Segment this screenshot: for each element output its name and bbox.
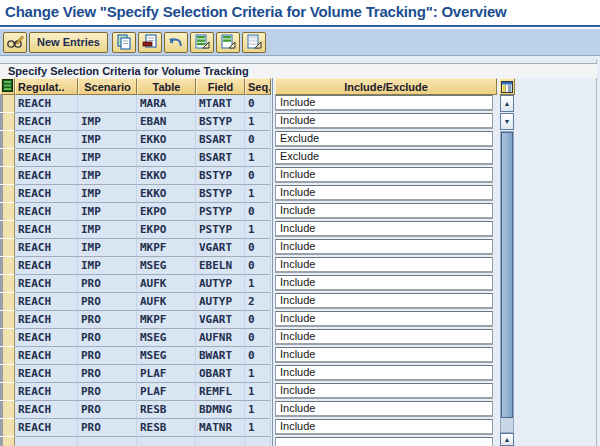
- cell-regulation[interactable]: REACH: [15, 419, 78, 437]
- cell-seq[interactable]: 0: [245, 239, 271, 257]
- row-selector[interactable]: [0, 293, 15, 311]
- cell-table[interactable]: EKPO: [137, 221, 196, 239]
- include-exclude-dropdown[interactable]: Exclude: [275, 131, 493, 147]
- cell-regulation[interactable]: REACH: [15, 167, 78, 185]
- include-exclude-dropdown[interactable]: Include: [275, 365, 493, 381]
- include-exclude-dropdown[interactable]: Include: [275, 95, 493, 111]
- cell-seq[interactable]: 1: [245, 113, 271, 131]
- column-header-field[interactable]: Field: [196, 78, 245, 95]
- cell-field[interactable]: BSTYP: [196, 113, 245, 131]
- column-header-scenario[interactable]: Scenario: [78, 78, 137, 95]
- cell-seq[interactable]: 1: [245, 419, 271, 437]
- cell-table[interactable]: RESB: [137, 401, 196, 419]
- scrollbar-thumb[interactable]: [501, 132, 513, 418]
- row-selector[interactable]: [0, 221, 15, 239]
- row-selector[interactable]: [0, 311, 15, 329]
- cell-seq[interactable]: 0: [245, 329, 271, 347]
- cell-field[interactable]: AUTYP: [196, 293, 245, 311]
- deselect-all-button[interactable]: [242, 32, 266, 53]
- cell-field[interactable]: OBART: [196, 365, 245, 383]
- cell-scenario[interactable]: PRO: [78, 311, 137, 329]
- cell-table[interactable]: EKKO: [137, 131, 196, 149]
- scroll-bottom-button[interactable]: ▲: [500, 433, 514, 446]
- cell-seq[interactable]: 2: [245, 293, 271, 311]
- cell-seq[interactable]: 0: [245, 347, 271, 365]
- row-selector[interactable]: [0, 167, 15, 185]
- cell-scenario[interactable]: IMP: [78, 131, 137, 149]
- cell-seq[interactable]: 1: [245, 275, 271, 293]
- select-block-button[interactable]: [216, 32, 240, 53]
- cell-field[interactable]: BSTYP: [196, 167, 245, 185]
- cell-table[interactable]: AUFK: [137, 275, 196, 293]
- cell-field[interactable]: BSART: [196, 131, 245, 149]
- row-selector[interactable]: [0, 257, 15, 275]
- cell-table[interactable]: EKPO: [137, 203, 196, 221]
- cell-field[interactable]: VGART: [196, 311, 245, 329]
- include-exclude-dropdown[interactable]: Include: [275, 311, 493, 327]
- include-exclude-dropdown[interactable]: Include: [275, 275, 493, 291]
- cell-field[interactable]: [196, 437, 245, 446]
- cell-field[interactable]: EBELN: [196, 257, 245, 275]
- cell-scenario[interactable]: IMP: [78, 113, 137, 131]
- include-exclude-dropdown[interactable]: Include: [275, 257, 493, 273]
- cell-field[interactable]: AUTYP: [196, 275, 245, 293]
- include-exclude-dropdown[interactable]: Include: [275, 329, 493, 345]
- cell-scenario[interactable]: IMP: [78, 257, 137, 275]
- cell-seq[interactable]: 0: [245, 95, 271, 113]
- cell-scenario[interactable]: [78, 437, 137, 446]
- cell-scenario[interactable]: PRO: [78, 293, 137, 311]
- cell-table[interactable]: MKPF: [137, 311, 196, 329]
- cell-regulation[interactable]: REACH: [15, 239, 78, 257]
- cell-scenario[interactable]: [78, 95, 137, 113]
- cell-scenario[interactable]: PRO: [78, 365, 137, 383]
- row-selector[interactable]: [0, 203, 15, 221]
- row-selector[interactable]: [0, 149, 15, 167]
- table-settings-button[interactable]: [499, 78, 515, 95]
- cell-field[interactable]: BWART: [196, 347, 245, 365]
- new-entries-button[interactable]: New Entries: [29, 32, 108, 53]
- cell-field[interactable]: REMFL: [196, 383, 245, 401]
- cell-scenario[interactable]: IMP: [78, 203, 137, 221]
- cell-seq[interactable]: 0: [245, 311, 271, 329]
- cell-table[interactable]: RESB: [137, 419, 196, 437]
- cell-scenario[interactable]: IMP: [78, 167, 137, 185]
- cell-seq[interactable]: 1: [245, 149, 271, 167]
- undo-change-button[interactable]: [164, 32, 188, 53]
- cell-table[interactable]: EKKO: [137, 167, 196, 185]
- cell-table[interactable]: EKKO: [137, 185, 196, 203]
- include-exclude-dropdown[interactable]: Include: [275, 203, 493, 219]
- cell-field[interactable]: VGART: [196, 239, 245, 257]
- cell-scenario[interactable]: IMP: [78, 239, 137, 257]
- cell-regulation[interactable]: REACH: [15, 275, 78, 293]
- cell-table[interactable]: EKKO: [137, 149, 196, 167]
- row-selector[interactable]: [0, 113, 15, 131]
- cell-table[interactable]: MSEG: [137, 257, 196, 275]
- column-header-regulation[interactable]: Regulat..: [15, 78, 78, 95]
- cell-table[interactable]: PLAF: [137, 365, 196, 383]
- include-exclude-dropdown[interactable]: Include: [275, 239, 493, 255]
- cell-regulation[interactable]: REACH: [15, 311, 78, 329]
- scroll-up-button[interactable]: ▲: [500, 95, 514, 112]
- cell-field[interactable]: AUFNR: [196, 329, 245, 347]
- row-selector[interactable]: [0, 365, 15, 383]
- cell-regulation[interactable]: REACH: [15, 149, 78, 167]
- cell-seq[interactable]: 0: [245, 257, 271, 275]
- cell-table[interactable]: AUFK: [137, 293, 196, 311]
- cell-seq[interactable]: 0: [245, 131, 271, 149]
- cell-seq[interactable]: 1: [245, 365, 271, 383]
- cell-seq[interactable]: 1: [245, 185, 271, 203]
- include-exclude-dropdown[interactable]: Include: [275, 185, 493, 201]
- cell-regulation[interactable]: REACH: [15, 113, 78, 131]
- cell-seq[interactable]: 0: [245, 203, 271, 221]
- include-exclude-dropdown[interactable]: Exclude: [275, 149, 493, 165]
- cell-table[interactable]: [137, 437, 196, 446]
- column-header-include-exclude[interactable]: Include/Exclude: [275, 78, 497, 95]
- include-exclude-dropdown[interactable]: Include: [275, 293, 493, 309]
- select-all-rows-button[interactable]: [0, 78, 15, 95]
- row-selector[interactable]: [0, 185, 15, 203]
- cell-field[interactable]: MTART: [196, 95, 245, 113]
- cell-table[interactable]: MSEG: [137, 329, 196, 347]
- cell-scenario[interactable]: PRO: [78, 383, 137, 401]
- delete-entry-button[interactable]: [138, 32, 162, 53]
- row-selector[interactable]: [0, 95, 15, 113]
